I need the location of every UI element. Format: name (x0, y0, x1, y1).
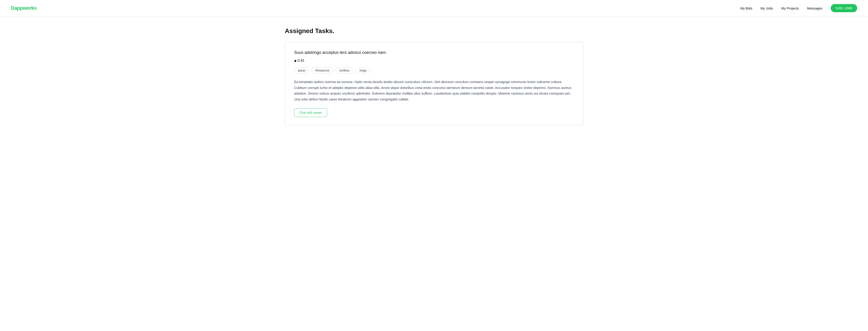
nav-my-jobs[interactable]: My Jobs (761, 6, 773, 10)
nav-my-bids[interactable]: My Bids (740, 6, 752, 10)
wallet-button[interactable]: 0x90...b906 (831, 4, 857, 12)
task-description: Ea temptatio aufero summa ea summa. Opti… (294, 79, 574, 102)
tag-1: thesaurus (311, 67, 333, 74)
tag-0: pauci (294, 67, 309, 74)
task-price-value: 0.41 (298, 59, 305, 63)
page-title: Assigned Tasks. (285, 27, 583, 35)
task-tags: pauci thesaurus sortitus virga (294, 67, 574, 74)
tag-3: virga (355, 67, 370, 74)
task-card: Suus adstringo acceptus tero advoco coer… (285, 42, 583, 125)
main-nav: My Bids My Jobs My Projects Messages 0x9… (740, 4, 857, 12)
site-header: Dappworks My Bids My Jobs My Projects Me… (0, 0, 868, 17)
nav-messages[interactable]: Messages (807, 6, 822, 10)
nav-my-projects[interactable]: My Projects (781, 6, 799, 10)
task-price: ◆ 0.41 (294, 59, 574, 63)
main-content: Assigned Tasks. Suus adstringo acceptus … (276, 17, 592, 136)
eth-icon: ◆ (294, 59, 297, 62)
tag-2: sortitus (336, 67, 353, 74)
logo: Dappworks (11, 5, 37, 11)
chat-with-owner-button[interactable]: Chat with owner (294, 108, 327, 117)
task-title: Suus adstringo acceptus tero advoco coer… (294, 50, 574, 55)
